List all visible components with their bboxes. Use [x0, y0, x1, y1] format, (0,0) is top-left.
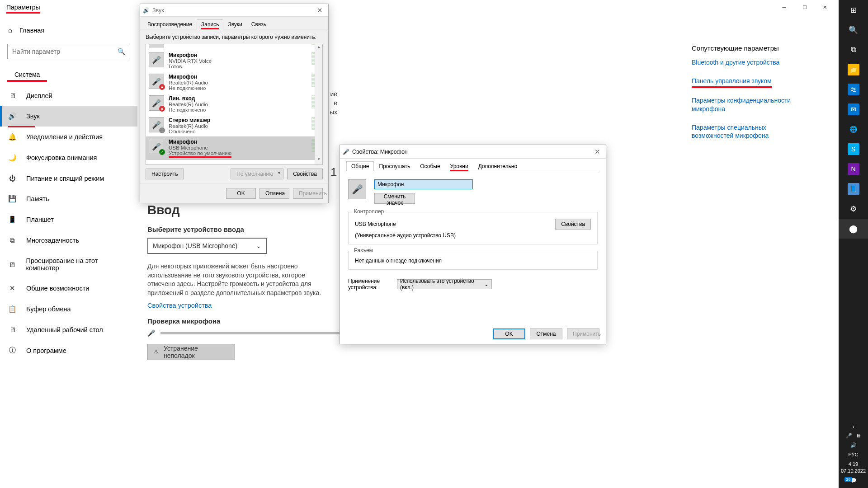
close-icon[interactable]: ✕: [592, 148, 603, 156]
home-icon: ⌂: [8, 26, 12, 34]
sound-dialog-titlebar[interactable]: 🔊 Звук ✕: [140, 4, 328, 17]
taskbar-app-onenote[interactable]: N: [839, 159, 868, 179]
sidebar-icon: 🖥: [8, 326, 16, 333]
sidebar-item-3[interactable]: 🌙Фокусировка внимания: [0, 147, 137, 168]
default-button[interactable]: По умолчанию: [231, 169, 283, 179]
mic-properties-dialog: 🎤 Свойства: Микрофон ✕ Общие Прослушать …: [340, 145, 606, 344]
tab-listen[interactable]: Прослушать: [374, 161, 415, 171]
device-item-2[interactable]: 🎤●МикрофонRealtek(R) AudioНе подключено: [146, 71, 322, 93]
taskbar-app-mail[interactable]: ✉: [839, 99, 868, 119]
usage-dropdown[interactable]: Использовать это устройство (вкл.) ⌄: [397, 279, 492, 289]
sidebar-item-2[interactable]: 🔔Уведомления и действия: [0, 127, 137, 147]
minimize-button[interactable]: ─: [774, 0, 794, 14]
tab-advanced[interactable]: Дополнительно: [473, 161, 522, 171]
sidebar-item-1[interactable]: 🔊Звук: [0, 106, 137, 127]
chevron-down-icon: ⌄: [256, 242, 261, 249]
sidebar-item-0[interactable]: 🖥Дисплей: [0, 85, 137, 106]
device-item-0[interactable]: 🎤iCatchtek SPCA6350Готов: [146, 44, 322, 50]
ok-button[interactable]: OK: [493, 328, 525, 339]
troubleshoot-button[interactable]: ⚠ Устранение неполадок: [147, 344, 235, 360]
sound-dialog-footer: OK Отмена Применить: [140, 183, 328, 203]
sidebar-icon: 🖥: [8, 261, 16, 268]
taskbar-app-settings[interactable]: ⚙: [839, 199, 868, 219]
apply-button[interactable]: Применить: [293, 188, 323, 199]
sidebar-item-label: Буфер обмена: [26, 305, 71, 313]
sidebar-home[interactable]: ⌂ Главная: [0, 22, 137, 38]
sidebar-item-9[interactable]: ✕Общие возможности: [0, 278, 137, 299]
input-device-dropdown[interactable]: Микрофон (USB Microphone) ⌄: [147, 238, 267, 254]
related-link-sound-panel[interactable]: Панель управления звуком: [692, 77, 772, 88]
cancel-button[interactable]: Отмена: [259, 188, 289, 199]
sidebar-item-11[interactable]: 🖥Удаленный рабочий стол: [0, 319, 137, 340]
device-item-3[interactable]: 🎤●Лин. входRealtek(R) AudioНе подключено: [146, 93, 322, 115]
related-link-mic-privacy[interactable]: Параметры конфиденциальности микрофона: [692, 96, 798, 113]
sidebar-item-10[interactable]: 📋Буфер обмена: [0, 299, 137, 319]
sidebar-item-8[interactable]: 🖥Проецирование на этот компьютер: [0, 251, 137, 278]
search-button[interactable]: 🔍: [839, 20, 868, 40]
cancel-button[interactable]: Отмена: [530, 328, 562, 339]
taskbar-app-active[interactable]: ⬤: [839, 219, 868, 239]
maximize-button[interactable]: ☐: [794, 0, 815, 14]
tray-mic-icon[interactable]: 🎤: [846, 433, 852, 439]
tray-lang[interactable]: РУС: [848, 452, 858, 457]
tab-general[interactable]: Общие: [346, 161, 374, 171]
taskbar-app-edge[interactable]: 🌐: [839, 119, 868, 139]
sidebar-item-4[interactable]: ⏻Питание и спящий режим: [0, 168, 137, 188]
scroll-down-icon[interactable]: ▾: [315, 157, 322, 164]
controller-group: Контроллер USB Microphone Свойства (Унив…: [348, 212, 598, 244]
device-item-4[interactable]: 🎤↓Стерео микшерRealtek(R) AudioОтключено: [146, 115, 322, 136]
tab-recording[interactable]: Запись: [197, 19, 223, 29]
tray-monitor-icon[interactable]: 🖥: [856, 433, 861, 439]
sidebar-icon: 📋: [8, 305, 16, 313]
related-link-mic-access[interactable]: Параметры специальных возможностей микро…: [692, 123, 798, 141]
tab-sounds[interactable]: Звуки: [223, 19, 246, 29]
sidebar-category: Система: [7, 67, 47, 82]
ok-button[interactable]: OK: [226, 188, 256, 199]
tray-volume-icon[interactable]: 🔊: [850, 442, 857, 448]
taskbar-app-1[interactable]: 📁: [839, 60, 868, 80]
device-item-5[interactable]: 🎤✓МикрофонUSB MicrophoneУстройство по ум…: [146, 136, 322, 160]
tray-expand-icon[interactable]: ‹: [853, 424, 854, 429]
sidebar-item-12[interactable]: ⓘО программе: [0, 340, 137, 361]
status-badge: ●: [159, 106, 165, 112]
properties-button[interactable]: Свойства: [287, 169, 323, 179]
search-input[interactable]: [12, 48, 118, 55]
related-link-bluetooth[interactable]: Bluetooth и другие устройства: [692, 58, 798, 67]
scroll-up-icon[interactable]: ▴: [315, 44, 322, 52]
sidebar-item-label: Память: [26, 195, 49, 202]
configure-button[interactable]: Настроить: [146, 169, 184, 179]
tab-playback[interactable]: Воспроизведение: [143, 19, 197, 29]
device-item-1[interactable]: 🎤МикрофонNVIDIA RTX VoiceГотов: [146, 50, 322, 71]
sidebar-item-5[interactable]: 💾Память: [0, 188, 137, 209]
recording-device-list[interactable]: 🎤iCatchtek SPCA6350Готов🎤МикрофонNVIDIA …: [146, 44, 323, 165]
mic-icon: 🎤: [343, 149, 349, 155]
sound-dialog-tabs: Воспроизведение Запись Звуки Связь: [140, 17, 328, 29]
tab-levels[interactable]: Уровни: [445, 161, 473, 171]
sidebar-item-7[interactable]: ⧉Многозадачность: [0, 230, 137, 251]
start-button[interactable]: ⊞: [839, 0, 868, 20]
props-title: Свойства: Микрофон: [352, 149, 408, 155]
search-icon: 🔍: [118, 48, 125, 55]
tab-comm[interactable]: Связь: [247, 19, 271, 29]
sidebar-icon: 🔔: [8, 133, 16, 141]
taskbar-app-skype[interactable]: S: [839, 139, 868, 159]
close-button[interactable]: ✕: [815, 0, 835, 14]
tray-clock[interactable]: 4:19 07.10.2022: [841, 461, 866, 474]
status-badge: ✓: [159, 149, 165, 155]
taskbar-app-2[interactable]: 🛍: [839, 80, 868, 99]
controller-props-button[interactable]: Свойства: [555, 219, 591, 230]
sidebar-item-label: О программе: [26, 347, 66, 354]
change-icon-button[interactable]: Сменить значок: [374, 193, 415, 204]
sidebar-item-6[interactable]: 📱Планшет: [0, 209, 137, 230]
settings-search[interactable]: 🔍: [7, 44, 130, 59]
tab-custom[interactable]: Особые: [415, 161, 445, 171]
close-icon[interactable]: ✕: [314, 6, 326, 14]
tray-notifications[interactable]: 💬26: [850, 478, 857, 483]
props-titlebar[interactable]: 🎤 Свойства: Микрофон ✕: [340, 145, 606, 159]
taskview-button[interactable]: ⧉: [839, 40, 868, 60]
apply-button[interactable]: Применить: [567, 328, 599, 339]
taskbar-app-notes[interactable]: 📘: [839, 179, 868, 199]
device-name-input[interactable]: [374, 179, 473, 189]
device-scrollbar[interactable]: ▴ ▾: [315, 44, 322, 164]
sidebar-item-label: Удаленный рабочий стол: [26, 326, 103, 333]
